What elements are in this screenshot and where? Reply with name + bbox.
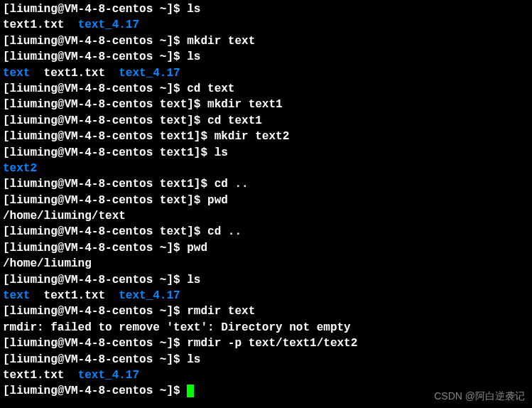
- shell-prompt: [liuming@VM-4-8-centos text]$: [3, 98, 207, 111]
- shell-prompt: [liuming@VM-4-8-centos text]$: [3, 194, 207, 207]
- terminal-line: [liuming@VM-4-8-centos text]$ cd ..: [3, 224, 529, 240]
- command-text: cd ..: [215, 178, 249, 190]
- terminal-line: text text1.txt text_4.17: [3, 65, 529, 81]
- command-text: pwd: [187, 242, 207, 254]
- terminal-line: text1.txt text_4.17: [3, 367, 529, 383]
- shell-prompt: [liuming@VM-4-8-centos ~]$: [3, 337, 187, 350]
- shell-prompt: [liuming@VM-4-8-centos text1]$: [3, 178, 215, 190]
- output-text: rmdir: failed to remove 'text': Director…: [3, 321, 351, 334]
- shell-prompt: [liuming@VM-4-8-centos text1]$: [3, 146, 215, 159]
- shell-prompt: [liuming@VM-4-8-centos ~]$: [3, 305, 187, 318]
- terminal-line: text1.txt text_4.17: [3, 17, 529, 33]
- shell-prompt: [liuming@VM-4-8-centos ~]$: [3, 353, 187, 366]
- output-text: /home/liuming: [3, 257, 92, 270]
- command-text: ls: [187, 353, 200, 366]
- terminal-line: [liuming@VM-4-8-centos ~]$ mkdir text: [3, 33, 529, 49]
- terminal-line: [liuming@VM-4-8-centos ~]$ ls: [3, 352, 529, 367]
- command-text: rmdir text: [187, 305, 255, 318]
- terminal-line: [liuming@VM-4-8-centos ~]$ rmdir -p text…: [3, 335, 529, 351]
- output-text: text1.txt: [3, 369, 78, 382]
- terminal-line: [liuming@VM-4-8-centos text]$ mkdir text…: [3, 97, 529, 112]
- terminal-line: [liuming@VM-4-8-centos text1]$ cd ..: [3, 176, 529, 192]
- terminal-line: /home/liuming/text: [3, 208, 529, 224]
- command-text: ls: [187, 274, 200, 286]
- shell-prompt: [liuming@VM-4-8-centos ~]$: [3, 274, 187, 286]
- command-text: mkdir text1: [207, 98, 283, 111]
- shell-prompt: [liuming@VM-4-8-centos text]$: [3, 225, 207, 238]
- shell-prompt: [liuming@VM-4-8-centos ~]$: [3, 50, 187, 63]
- terminal-line: [liuming@VM-4-8-centos text1]$ ls: [3, 145, 529, 161]
- terminal-line: rmdir: failed to remove 'text': Director…: [3, 320, 529, 335]
- shell-prompt: [liuming@VM-4-8-centos text1]$: [3, 130, 215, 143]
- shell-prompt: [liuming@VM-4-8-centos ~]$: [3, 242, 187, 254]
- command-text: mkdir text: [187, 35, 255, 48]
- directory-name: text_4.17: [78, 369, 139, 382]
- terminal-line: [liuming@VM-4-8-centos text]$ pwd: [3, 193, 529, 208]
- terminal-line: [liuming@VM-4-8-centos text]$ cd text1: [3, 113, 529, 129]
- watermark: CSDN @阿白逆袭记: [434, 390, 525, 404]
- command-text: ls: [187, 3, 200, 16]
- terminal-line: [liuming@VM-4-8-centos ~]$ pwd: [3, 240, 529, 256]
- output-text: /home/liuming/text: [3, 210, 126, 222]
- shell-prompt: [liuming@VM-4-8-centos text]$: [3, 114, 207, 127]
- terminal-line: [liuming@VM-4-8-centos ~]$ ls: [3, 49, 529, 65]
- directory-name: text_4.17: [119, 67, 180, 80]
- cursor-icon: [187, 385, 194, 397]
- terminal-line: /home/liuming: [3, 256, 529, 272]
- directory-name: text_4.17: [119, 289, 180, 302]
- terminal-line: [liuming@VM-4-8-centos text1]$ mkdir tex…: [3, 129, 529, 144]
- shell-prompt: [liuming@VM-4-8-centos ~]$: [3, 385, 187, 397]
- terminal-output[interactable]: [liuming@VM-4-8-centos ~]$ lstext1.txt t…: [3, 1, 529, 399]
- output-text: text1.txt: [3, 18, 78, 31]
- shell-prompt: [liuming@VM-4-8-centos ~]$: [3, 82, 187, 95]
- command-text: rmdir -p text/text1/text2: [187, 337, 357, 350]
- command-text: ls: [187, 50, 200, 63]
- terminal-line: [liuming@VM-4-8-centos ~]$ ls: [3, 1, 529, 17]
- shell-prompt: [liuming@VM-4-8-centos ~]$: [3, 3, 187, 16]
- terminal-line: [liuming@VM-4-8-centos ~]$ rmdir text: [3, 304, 529, 319]
- command-text: cd ..: [207, 225, 241, 238]
- terminal-line: [liuming@VM-4-8-centos ~]$ cd text: [3, 81, 529, 97]
- terminal-line: [liuming@VM-4-8-centos ~]$ ls: [3, 272, 529, 288]
- directory-name: text: [3, 67, 30, 80]
- directory-name: text: [3, 289, 30, 302]
- directory-name: text2: [3, 162, 37, 175]
- directory-name: text_4.17: [78, 18, 139, 31]
- output-text: text1.txt: [30, 289, 119, 302]
- terminal-line: text2: [3, 161, 529, 176]
- command-text: mkdir text2: [215, 130, 290, 143]
- command-text: pwd: [207, 194, 228, 207]
- shell-prompt: [liuming@VM-4-8-centos ~]$: [3, 35, 187, 48]
- terminal-line: text text1.txt text_4.17: [3, 288, 529, 304]
- command-text: ls: [215, 146, 228, 159]
- command-text: cd text: [187, 82, 234, 95]
- output-text: text1.txt: [30, 67, 119, 80]
- command-text: cd text1: [207, 114, 262, 127]
